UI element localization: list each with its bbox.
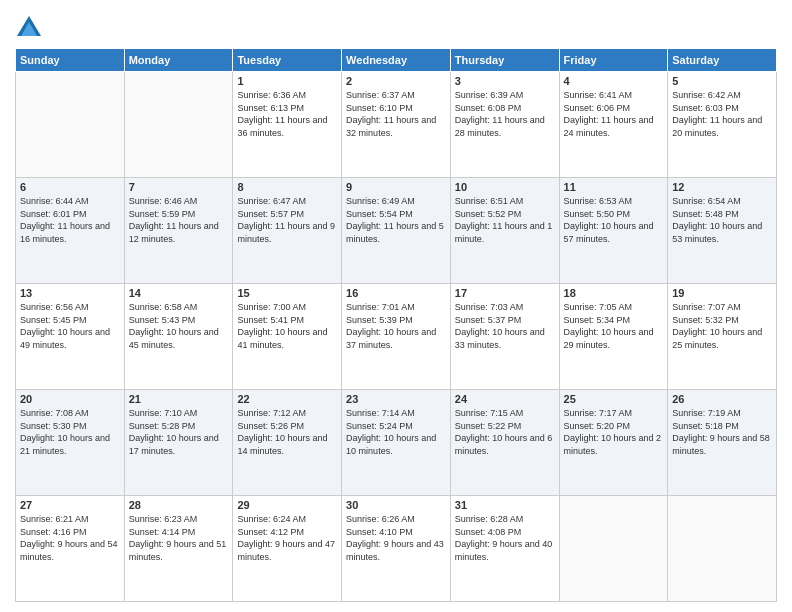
- day-number: 26: [672, 393, 772, 405]
- day-number: 1: [237, 75, 337, 87]
- day-number: 9: [346, 181, 446, 193]
- header: [15, 10, 777, 42]
- day-number: 28: [129, 499, 229, 511]
- calendar-day-cell: 31Sunrise: 6:28 AM Sunset: 4:08 PM Dayli…: [450, 496, 559, 602]
- calendar-day-cell: 9Sunrise: 6:49 AM Sunset: 5:54 PM Daylig…: [342, 178, 451, 284]
- calendar-day-cell: 27Sunrise: 6:21 AM Sunset: 4:16 PM Dayli…: [16, 496, 125, 602]
- calendar-day-cell: 30Sunrise: 6:26 AM Sunset: 4:10 PM Dayli…: [342, 496, 451, 602]
- day-number: 31: [455, 499, 555, 511]
- day-info: Sunrise: 6:51 AM Sunset: 5:52 PM Dayligh…: [455, 195, 555, 245]
- day-info: Sunrise: 6:56 AM Sunset: 5:45 PM Dayligh…: [20, 301, 120, 351]
- day-number: 10: [455, 181, 555, 193]
- day-info: Sunrise: 7:17 AM Sunset: 5:20 PM Dayligh…: [564, 407, 664, 457]
- calendar-day-header: Tuesday: [233, 49, 342, 72]
- day-info: Sunrise: 6:26 AM Sunset: 4:10 PM Dayligh…: [346, 513, 446, 563]
- day-info: Sunrise: 7:08 AM Sunset: 5:30 PM Dayligh…: [20, 407, 120, 457]
- day-number: 25: [564, 393, 664, 405]
- calendar-day-cell: 12Sunrise: 6:54 AM Sunset: 5:48 PM Dayli…: [668, 178, 777, 284]
- calendar-day-cell: [124, 72, 233, 178]
- calendar-day-cell: [16, 72, 125, 178]
- day-info: Sunrise: 7:01 AM Sunset: 5:39 PM Dayligh…: [346, 301, 446, 351]
- day-number: 6: [20, 181, 120, 193]
- calendar-day-cell: 7Sunrise: 6:46 AM Sunset: 5:59 PM Daylig…: [124, 178, 233, 284]
- calendar-week-row: 13Sunrise: 6:56 AM Sunset: 5:45 PM Dayli…: [16, 284, 777, 390]
- calendar-day-cell: 3Sunrise: 6:39 AM Sunset: 6:08 PM Daylig…: [450, 72, 559, 178]
- calendar-day-cell: 4Sunrise: 6:41 AM Sunset: 6:06 PM Daylig…: [559, 72, 668, 178]
- calendar-day-cell: 28Sunrise: 6:23 AM Sunset: 4:14 PM Dayli…: [124, 496, 233, 602]
- day-number: 13: [20, 287, 120, 299]
- day-number: 7: [129, 181, 229, 193]
- day-info: Sunrise: 6:46 AM Sunset: 5:59 PM Dayligh…: [129, 195, 229, 245]
- calendar-day-header: Thursday: [450, 49, 559, 72]
- calendar-day-cell: 13Sunrise: 6:56 AM Sunset: 5:45 PM Dayli…: [16, 284, 125, 390]
- day-info: Sunrise: 7:14 AM Sunset: 5:24 PM Dayligh…: [346, 407, 446, 457]
- day-number: 11: [564, 181, 664, 193]
- day-number: 20: [20, 393, 120, 405]
- calendar-day-cell: 26Sunrise: 7:19 AM Sunset: 5:18 PM Dayli…: [668, 390, 777, 496]
- day-number: 23: [346, 393, 446, 405]
- calendar-week-row: 20Sunrise: 7:08 AM Sunset: 5:30 PM Dayli…: [16, 390, 777, 496]
- calendar-day-cell: [668, 496, 777, 602]
- calendar-day-cell: 14Sunrise: 6:58 AM Sunset: 5:43 PM Dayli…: [124, 284, 233, 390]
- day-info: Sunrise: 6:49 AM Sunset: 5:54 PM Dayligh…: [346, 195, 446, 245]
- day-number: 18: [564, 287, 664, 299]
- day-number: 8: [237, 181, 337, 193]
- day-info: Sunrise: 7:05 AM Sunset: 5:34 PM Dayligh…: [564, 301, 664, 351]
- calendar-day-header: Sunday: [16, 49, 125, 72]
- day-info: Sunrise: 6:28 AM Sunset: 4:08 PM Dayligh…: [455, 513, 555, 563]
- day-number: 17: [455, 287, 555, 299]
- day-info: Sunrise: 7:00 AM Sunset: 5:41 PM Dayligh…: [237, 301, 337, 351]
- day-number: 24: [455, 393, 555, 405]
- day-number: 21: [129, 393, 229, 405]
- calendar-day-cell: 1Sunrise: 6:36 AM Sunset: 6:13 PM Daylig…: [233, 72, 342, 178]
- day-number: 22: [237, 393, 337, 405]
- day-info: Sunrise: 6:54 AM Sunset: 5:48 PM Dayligh…: [672, 195, 772, 245]
- day-number: 5: [672, 75, 772, 87]
- day-info: Sunrise: 6:39 AM Sunset: 6:08 PM Dayligh…: [455, 89, 555, 139]
- calendar-day-cell: 15Sunrise: 7:00 AM Sunset: 5:41 PM Dayli…: [233, 284, 342, 390]
- calendar-day-header: Saturday: [668, 49, 777, 72]
- day-number: 14: [129, 287, 229, 299]
- day-number: 19: [672, 287, 772, 299]
- day-number: 30: [346, 499, 446, 511]
- calendar-header-row: SundayMondayTuesdayWednesdayThursdayFrid…: [16, 49, 777, 72]
- day-number: 3: [455, 75, 555, 87]
- day-number: 27: [20, 499, 120, 511]
- calendar-day-cell: 11Sunrise: 6:53 AM Sunset: 5:50 PM Dayli…: [559, 178, 668, 284]
- calendar-day-cell: 5Sunrise: 6:42 AM Sunset: 6:03 PM Daylig…: [668, 72, 777, 178]
- logo: [15, 14, 45, 42]
- day-info: Sunrise: 7:19 AM Sunset: 5:18 PM Dayligh…: [672, 407, 772, 457]
- day-info: Sunrise: 6:58 AM Sunset: 5:43 PM Dayligh…: [129, 301, 229, 351]
- calendar-day-cell: 6Sunrise: 6:44 AM Sunset: 6:01 PM Daylig…: [16, 178, 125, 284]
- day-number: 4: [564, 75, 664, 87]
- calendar-day-cell: 8Sunrise: 6:47 AM Sunset: 5:57 PM Daylig…: [233, 178, 342, 284]
- calendar-week-row: 1Sunrise: 6:36 AM Sunset: 6:13 PM Daylig…: [16, 72, 777, 178]
- calendar-day-cell: 19Sunrise: 7:07 AM Sunset: 5:32 PM Dayli…: [668, 284, 777, 390]
- day-info: Sunrise: 6:21 AM Sunset: 4:16 PM Dayligh…: [20, 513, 120, 563]
- day-number: 29: [237, 499, 337, 511]
- day-info: Sunrise: 7:12 AM Sunset: 5:26 PM Dayligh…: [237, 407, 337, 457]
- day-info: Sunrise: 6:42 AM Sunset: 6:03 PM Dayligh…: [672, 89, 772, 139]
- calendar-week-row: 6Sunrise: 6:44 AM Sunset: 6:01 PM Daylig…: [16, 178, 777, 284]
- day-number: 15: [237, 287, 337, 299]
- calendar-day-cell: 10Sunrise: 6:51 AM Sunset: 5:52 PM Dayli…: [450, 178, 559, 284]
- day-info: Sunrise: 6:41 AM Sunset: 6:06 PM Dayligh…: [564, 89, 664, 139]
- calendar-day-header: Monday: [124, 49, 233, 72]
- calendar-day-header: Friday: [559, 49, 668, 72]
- calendar-week-row: 27Sunrise: 6:21 AM Sunset: 4:16 PM Dayli…: [16, 496, 777, 602]
- day-info: Sunrise: 6:44 AM Sunset: 6:01 PM Dayligh…: [20, 195, 120, 245]
- calendar-day-cell: 2Sunrise: 6:37 AM Sunset: 6:10 PM Daylig…: [342, 72, 451, 178]
- calendar-day-cell: 23Sunrise: 7:14 AM Sunset: 5:24 PM Dayli…: [342, 390, 451, 496]
- day-number: 16: [346, 287, 446, 299]
- calendar-day-cell: 18Sunrise: 7:05 AM Sunset: 5:34 PM Dayli…: [559, 284, 668, 390]
- calendar-day-cell: 20Sunrise: 7:08 AM Sunset: 5:30 PM Dayli…: [16, 390, 125, 496]
- calendar-table: SundayMondayTuesdayWednesdayThursdayFrid…: [15, 48, 777, 602]
- calendar-day-cell: 16Sunrise: 7:01 AM Sunset: 5:39 PM Dayli…: [342, 284, 451, 390]
- calendar-day-cell: 22Sunrise: 7:12 AM Sunset: 5:26 PM Dayli…: [233, 390, 342, 496]
- day-info: Sunrise: 6:36 AM Sunset: 6:13 PM Dayligh…: [237, 89, 337, 139]
- day-info: Sunrise: 7:15 AM Sunset: 5:22 PM Dayligh…: [455, 407, 555, 457]
- day-info: Sunrise: 6:23 AM Sunset: 4:14 PM Dayligh…: [129, 513, 229, 563]
- day-info: Sunrise: 7:07 AM Sunset: 5:32 PM Dayligh…: [672, 301, 772, 351]
- day-info: Sunrise: 7:10 AM Sunset: 5:28 PM Dayligh…: [129, 407, 229, 457]
- day-info: Sunrise: 6:47 AM Sunset: 5:57 PM Dayligh…: [237, 195, 337, 245]
